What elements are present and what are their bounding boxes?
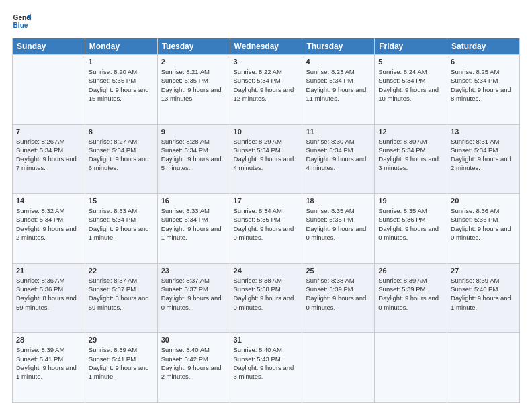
calendar-cell: 20Sunrise: 8:36 AMSunset: 5:36 PMDayligh… [447, 194, 520, 264]
calendar-cell [375, 333, 447, 403]
day-number: 10 [234, 128, 299, 136]
calendar-cell: 25Sunrise: 8:38 AMSunset: 5:39 PMDayligh… [302, 263, 375, 333]
cell-info: Sunrise: 8:35 AMSunset: 5:36 PMDaylight:… [378, 206, 443, 242]
cell-info: Sunrise: 8:33 AMSunset: 5:34 PMDaylight:… [161, 206, 226, 242]
day-number: 12 [378, 128, 443, 136]
cell-info: Sunrise: 8:21 AMSunset: 5:35 PMDaylight:… [161, 67, 226, 103]
cell-info: Sunrise: 8:28 AMSunset: 5:34 PMDaylight:… [161, 137, 226, 173]
svg-text:Blue: Blue [13, 21, 28, 29]
cell-info: Sunrise: 8:34 AMSunset: 5:35 PMDaylight:… [234, 206, 299, 242]
daylight: Daylight: 9 hours and 13 minutes. [161, 86, 222, 102]
cell-info: Sunrise: 8:39 AMSunset: 5:39 PMDaylight:… [378, 276, 443, 312]
calendar-cell: 6Sunrise: 8:25 AMSunset: 5:34 PMDaylight… [447, 55, 520, 125]
sunset: Sunset: 5:34 PM [161, 146, 208, 154]
header: General Blue [12, 12, 520, 31]
calendar-cell: 2Sunrise: 8:21 AMSunset: 5:35 PMDaylight… [157, 55, 230, 125]
day-number: 21 [16, 267, 81, 275]
cell-info: Sunrise: 8:22 AMSunset: 5:34 PMDaylight:… [234, 67, 299, 103]
cell-info: Sunrise: 8:29 AMSunset: 5:34 PMDaylight:… [234, 137, 299, 173]
calendar-cell: 29Sunrise: 8:39 AMSunset: 5:41 PMDayligh… [85, 333, 157, 403]
calendar-cell: 28Sunrise: 8:39 AMSunset: 5:41 PMDayligh… [13, 333, 85, 403]
sunset: Sunset: 5:42 PM [161, 355, 208, 363]
sunrise: Sunrise: 8:37 AM [89, 277, 137, 284]
daylight: Daylight: 9 hours and 1 minute. [89, 225, 149, 241]
day-number: 7 [16, 128, 81, 136]
sunset: Sunset: 5:34 PM [451, 77, 498, 84]
sunrise: Sunrise: 8:31 AM [451, 138, 499, 145]
sunset: Sunset: 5:39 PM [378, 285, 425, 293]
daylight: Daylight: 9 hours and 2 minutes. [161, 364, 222, 380]
day-number: 28 [16, 336, 81, 344]
sunset: Sunset: 5:34 PM [378, 77, 425, 84]
cell-info: Sunrise: 8:37 AMSunset: 5:37 PMDaylight:… [161, 276, 226, 312]
day-number: 26 [378, 267, 443, 275]
week-row-3: 21Sunrise: 8:36 AMSunset: 5:36 PMDayligh… [13, 263, 520, 333]
calendar-cell: 12Sunrise: 8:30 AMSunset: 5:34 PMDayligh… [375, 124, 447, 194]
sunrise: Sunrise: 8:34 AM [234, 207, 282, 214]
daylight: Daylight: 9 hours and 3 minutes. [234, 364, 294, 380]
daylight: Daylight: 9 hours and 10 minutes. [378, 86, 439, 102]
daylight: Daylight: 9 hours and 0 minutes. [161, 294, 222, 310]
cell-info: Sunrise: 8:36 AMSunset: 5:36 PMDaylight:… [451, 206, 516, 242]
day-number: 27 [451, 267, 516, 275]
calendar-cell: 4Sunrise: 8:23 AMSunset: 5:34 PMDaylight… [302, 55, 375, 125]
sunrise: Sunrise: 8:40 AM [161, 346, 210, 353]
day-number: 11 [306, 128, 371, 136]
calendar-cell: 31Sunrise: 8:40 AMSunset: 5:43 PMDayligh… [230, 333, 302, 403]
cell-info: Sunrise: 8:30 AMSunset: 5:34 PMDaylight:… [306, 137, 371, 173]
calendar-cell: 9Sunrise: 8:28 AMSunset: 5:34 PMDaylight… [157, 124, 230, 194]
calendar-cell: 27Sunrise: 8:39 AMSunset: 5:40 PMDayligh… [447, 263, 520, 333]
day-number: 25 [306, 267, 371, 275]
sunrise: Sunrise: 8:35 AM [306, 207, 354, 214]
calendar-cell: 30Sunrise: 8:40 AMSunset: 5:42 PMDayligh… [157, 333, 230, 403]
daylight: Daylight: 9 hours and 11 minutes. [306, 86, 366, 102]
calendar-cell: 3Sunrise: 8:22 AMSunset: 5:34 PMDaylight… [230, 55, 302, 125]
day-number: 8 [89, 128, 154, 136]
sunrise: Sunrise: 8:39 AM [451, 277, 499, 284]
day-number: 16 [161, 197, 226, 205]
sunrise: Sunrise: 8:23 AM [306, 68, 354, 75]
day-number: 5 [378, 58, 443, 66]
calendar-cell [302, 333, 375, 403]
calendar-cell: 8Sunrise: 8:27 AMSunset: 5:34 PMDaylight… [85, 124, 157, 194]
sunset: Sunset: 5:34 PM [234, 77, 281, 84]
cell-info: Sunrise: 8:24 AMSunset: 5:34 PMDaylight:… [378, 67, 443, 103]
daylight: Daylight: 9 hours and 0 minutes. [234, 294, 294, 310]
daylight: Daylight: 9 hours and 2 minutes. [16, 225, 77, 241]
cell-info: Sunrise: 8:31 AMSunset: 5:34 PMDaylight:… [451, 137, 516, 173]
sunrise: Sunrise: 8:36 AM [451, 207, 499, 214]
calendar-cell: 14Sunrise: 8:32 AMSunset: 5:34 PMDayligh… [13, 194, 85, 264]
week-row-1: 7Sunrise: 8:26 AMSunset: 5:34 PMDaylight… [13, 124, 520, 194]
calendar-cell: 16Sunrise: 8:33 AMSunset: 5:34 PMDayligh… [157, 194, 230, 264]
calendar-cell: 1Sunrise: 8:20 AMSunset: 5:35 PMDaylight… [85, 55, 157, 125]
daylight: Daylight: 9 hours and 0 minutes. [378, 225, 439, 241]
sunrise: Sunrise: 8:21 AM [161, 68, 210, 75]
calendar-cell: 13Sunrise: 8:31 AMSunset: 5:34 PMDayligh… [447, 124, 520, 194]
sunrise: Sunrise: 8:39 AM [378, 277, 427, 284]
calendar-cell: 11Sunrise: 8:30 AMSunset: 5:34 PMDayligh… [302, 124, 375, 194]
daylight: Daylight: 9 hours and 6 minutes. [89, 155, 149, 171]
daylight: Daylight: 8 hours and 59 minutes. [89, 294, 149, 310]
sunset: Sunset: 5:34 PM [89, 146, 136, 154]
sunrise: Sunrise: 8:30 AM [378, 138, 427, 145]
day-number: 20 [451, 197, 516, 205]
sunset: Sunset: 5:41 PM [89, 355, 136, 363]
sunrise: Sunrise: 8:28 AM [161, 138, 210, 145]
day-number: 6 [451, 58, 516, 66]
calendar-cell: 22Sunrise: 8:37 AMSunset: 5:37 PMDayligh… [85, 263, 157, 333]
sunrise: Sunrise: 8:38 AM [234, 277, 282, 284]
sunrise: Sunrise: 8:37 AM [161, 277, 210, 284]
day-number: 17 [234, 197, 299, 205]
sunrise: Sunrise: 8:40 AM [234, 346, 282, 353]
sunset: Sunset: 5:34 PM [306, 77, 353, 84]
cell-info: Sunrise: 8:27 AMSunset: 5:34 PMDaylight:… [89, 137, 154, 173]
sunrise: Sunrise: 8:38 AM [306, 277, 354, 284]
sunrise: Sunrise: 8:36 AM [16, 277, 64, 284]
day-number: 3 [234, 58, 299, 66]
day-number: 30 [161, 336, 226, 344]
daylight: Daylight: 9 hours and 3 minutes. [378, 155, 439, 171]
calendar-table: Sunday Monday Tuesday Wednesday Thursday… [12, 38, 520, 403]
week-row-4: 28Sunrise: 8:39 AMSunset: 5:41 PMDayligh… [13, 333, 520, 403]
day-number: 18 [306, 197, 371, 205]
calendar-page: General Blue Sunday Monday Tuesday Wedne… [0, 0, 532, 411]
